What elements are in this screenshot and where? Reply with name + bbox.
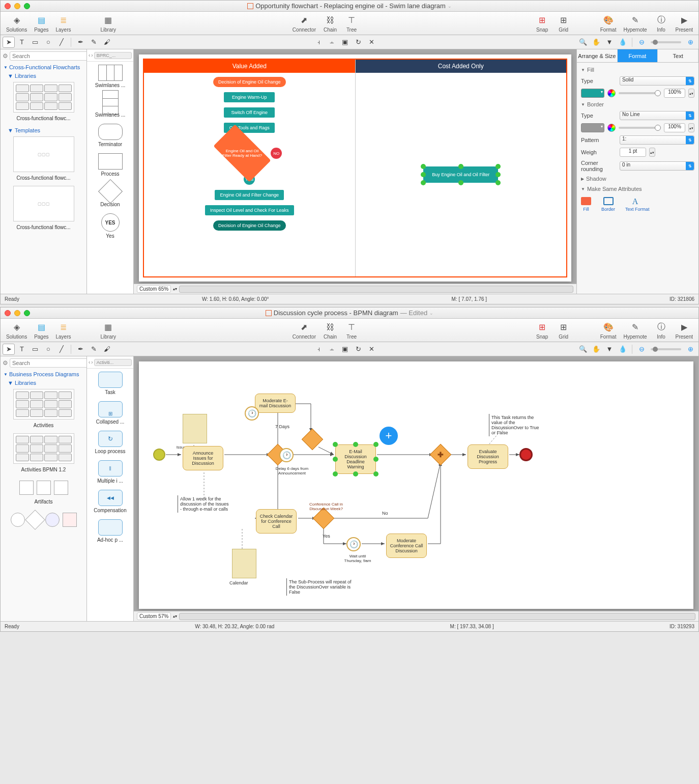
library-icon[interactable]: ▦	[101, 321, 115, 333]
info-icon[interactable]: ⓘ	[654, 14, 668, 26]
chevron-down-icon[interactable]: ⌄	[429, 311, 433, 316]
make-same-header[interactable]: ▼Make Same Attributes	[581, 184, 694, 194]
zoom-out-icon[interactable]: ⊖	[635, 37, 648, 48]
library-thumb-activities12[interactable]: Activities BPMN 1.2	[11, 433, 77, 475]
canvas[interactable]: Issue Voting List [0 to 5 Issues] Announ…	[134, 356, 698, 621]
zoom-slider[interactable]	[651, 41, 681, 43]
library-thumb-activities[interactable]: Activities	[11, 389, 77, 431]
connector-icon[interactable]: ⬈	[297, 321, 311, 333]
group-tool[interactable]: ▣	[339, 344, 351, 355]
pan-tool[interactable]: ✋	[590, 37, 602, 48]
eyedropper-tool[interactable]: 💧	[617, 37, 629, 48]
breadcrumb[interactable]: BPRC_...	[94, 52, 132, 59]
zoom-in-icon[interactable]: ⊕	[684, 344, 696, 355]
annotation-subprocess[interactable]: The Sub-Process will repeat of the Discu…	[286, 578, 358, 596]
add-button[interactable]: +	[380, 427, 398, 445]
fill-opacity-value[interactable]: 100%	[664, 89, 685, 98]
node-buy-oil-selected[interactable]: Buy Engine Oil and Oil Filter	[423, 166, 498, 183]
border-opacity-value[interactable]: 100%	[664, 123, 685, 132]
minimize-icon[interactable]	[14, 3, 20, 9]
section-bpd[interactable]: ▼Business Process Diagrams	[1, 370, 86, 379]
task-announce[interactable]: Announce Issues for Discussion	[183, 446, 223, 470]
rotate-tool[interactable]: ↻	[352, 37, 364, 48]
task-evaluate[interactable]: Evaluate Discussion Progress	[468, 444, 508, 469]
libraries-header[interactable]: ▼Libraries	[1, 379, 86, 387]
tab-arrange[interactable]: Arrange & Size	[577, 49, 618, 62]
pages-icon[interactable]: ▤	[34, 14, 48, 26]
stamp-tool[interactable]: ▼	[603, 37, 616, 48]
close-icon[interactable]	[5, 310, 11, 316]
hypernote-icon[interactable]: ✎	[628, 321, 642, 333]
line-tool[interactable]: ╱	[55, 344, 68, 355]
task-moderate-email[interactable]: Moderate E-mail Discussion	[255, 394, 296, 413]
gear-icon[interactable]: ⚙	[3, 359, 8, 367]
task-check-calendar[interactable]: Check Calendar for Conference Call	[256, 509, 297, 534]
border-type-select[interactable]: No Line⇅	[620, 111, 694, 120]
shape-swimlanes-v[interactable]: Swimlanes ...	[87, 62, 133, 91]
pattern-select[interactable]: 1:⇅	[620, 135, 694, 145]
shape-multiple[interactable]: Multiple i ...	[87, 457, 133, 487]
zoom-level[interactable]: Custom 65%	[137, 285, 171, 293]
libraries-header[interactable]: ▼Libraries	[1, 72, 86, 80]
eyedropper-tool[interactable]: 💧	[617, 344, 629, 355]
snap-icon[interactable]: ⊞	[535, 14, 549, 26]
nav-back-icon[interactable]: ‹	[89, 52, 90, 58]
chain-icon[interactable]: ⛓	[323, 14, 337, 26]
border-header[interactable]: ▼Border	[581, 99, 694, 109]
task-moderate-call[interactable]: Moderate Conference Call Discussion	[386, 534, 427, 558]
color-wheel-icon[interactable]	[607, 89, 616, 97]
tree-icon[interactable]: ⊤	[344, 321, 359, 333]
fill-header[interactable]: ▼Fill	[581, 65, 694, 75]
shape-yes[interactable]: YESYes	[87, 210, 133, 242]
shape-collapsed[interactable]: Collapsed ...	[87, 398, 133, 428]
brush-tool[interactable]: 🖌	[101, 37, 113, 48]
present-icon[interactable]: ▶	[677, 321, 691, 333]
chain-icon[interactable]: ⛓	[323, 321, 337, 333]
format-icon[interactable]: 🎨	[601, 14, 616, 26]
stepper[interactable]: ▴▾	[688, 89, 694, 98]
zoom-tool[interactable]: 🔍	[577, 344, 589, 355]
snap-icon[interactable]: ⊞	[535, 321, 549, 333]
templates-header[interactable]: ▼Templates	[1, 126, 86, 134]
pan-tool[interactable]: ✋	[590, 344, 602, 355]
rotate-tool[interactable]: ↻	[352, 344, 364, 355]
library-thumb-1[interactable]: Cross-functional flowc...	[11, 82, 77, 124]
tree-icon[interactable]: ⊤	[344, 14, 359, 26]
titlebar[interactable]: Discussion cycle process - BPMN diagram …	[1, 307, 698, 319]
canvas[interactable]: Value Added Decision of Engine Oil Chang…	[134, 49, 576, 294]
breadcrumb[interactable]: Activiti...	[94, 359, 132, 366]
shape-compensation[interactable]: Compensation	[87, 487, 133, 516]
horizontal-scrollbar[interactable]	[179, 613, 695, 620]
solutions-icon[interactable]: ◈	[10, 321, 24, 333]
grid-icon[interactable]: ⊞	[557, 14, 571, 26]
nav-back-icon[interactable]: ‹	[89, 359, 90, 365]
timer-wait[interactable]	[346, 537, 361, 551]
distribute-tool[interactable]: ⫠	[326, 344, 338, 355]
wrench-tool[interactable]: ✕	[365, 37, 377, 48]
corner-select[interactable]: 0 in⇅	[620, 161, 694, 171]
zoom-level[interactable]: Custom 57%	[137, 612, 171, 620]
shape-loop[interactable]: Loop process	[87, 428, 133, 457]
node-switchoff[interactable]: Switch Off Engine	[224, 107, 275, 118]
text-tool[interactable]: T	[16, 344, 28, 355]
nav-fwd-icon[interactable]: ›	[91, 359, 93, 365]
pointer-tool[interactable]: ➤	[3, 344, 15, 355]
start-event[interactable]	[153, 449, 165, 461]
shape-decision[interactable]: Decision	[87, 180, 133, 210]
pages-icon[interactable]: ▤	[34, 321, 48, 333]
align-tool[interactable]: ⫞	[312, 344, 325, 355]
pen-tool[interactable]: ✒	[74, 344, 86, 355]
pen-tool[interactable]: ✒	[74, 37, 86, 48]
tab-text[interactable]: Text	[658, 49, 698, 62]
timer-7days[interactable]	[245, 406, 259, 421]
nav-fwd-icon[interactable]: ›	[91, 52, 93, 58]
timer-delay[interactable]	[279, 448, 294, 462]
connector-icon[interactable]: ⬈	[297, 14, 311, 26]
node-end[interactable]: Decision of Engine Oil Change	[213, 220, 286, 231]
text-tool[interactable]: T	[16, 37, 28, 48]
grid-icon[interactable]: ⊞	[557, 321, 571, 333]
group-tool[interactable]: ▣	[339, 37, 351, 48]
task-deadline-selected[interactable]: E-Mail Discussion Deadline Warning	[335, 444, 376, 474]
layers-icon[interactable]: ≣	[56, 321, 71, 333]
maximize-icon[interactable]	[24, 3, 30, 9]
